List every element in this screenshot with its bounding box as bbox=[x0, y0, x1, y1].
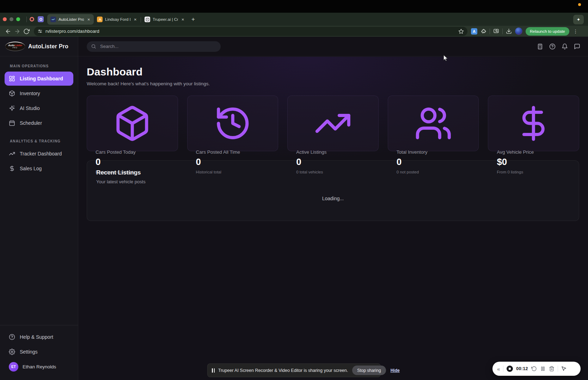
restart-recording-icon[interactable] bbox=[531, 366, 537, 372]
stat-value: 0 bbox=[397, 157, 470, 167]
url-text[interactable]: rvlisterpro.com/dashboard bbox=[45, 29, 458, 34]
sidebar-item-scheduler[interactable]: Scheduler bbox=[5, 116, 73, 130]
lindsay-ford-favicon bbox=[97, 17, 103, 22]
app-window: AutoLister PRO AutoLister Pro MAIN OPERA… bbox=[0, 37, 588, 380]
users-icon bbox=[397, 104, 470, 142]
pointer-tool-icon[interactable] bbox=[561, 366, 567, 372]
delete-recording-icon[interactable] bbox=[549, 366, 555, 372]
calculator-icon[interactable] bbox=[537, 43, 543, 50]
a-extension-icon[interactable]: A bbox=[471, 28, 477, 35]
tab-trupeer[interactable]: Trupeer.ai | Create Product V ✕ bbox=[141, 14, 188, 25]
ai-studio-icon bbox=[9, 105, 15, 111]
settings-icon bbox=[9, 349, 15, 355]
screen-search-icon[interactable] bbox=[493, 28, 499, 34]
stat-sub: 0 not posted bbox=[397, 170, 470, 174]
back-icon[interactable] bbox=[5, 28, 11, 35]
hide-link[interactable]: Hide bbox=[391, 368, 400, 373]
recording-timer: 00:12 bbox=[516, 366, 528, 371]
screen: AutoLister Pro 2.0 - Faceboo ✕ Lindsay F… bbox=[0, 0, 588, 380]
sidebar-item-label: Inventory bbox=[20, 91, 40, 96]
browser-menu-icon[interactable]: ⋮ bbox=[573, 29, 578, 34]
divider bbox=[503, 366, 503, 372]
bookmark-star-icon[interactable] bbox=[458, 29, 464, 34]
stat-card-active-listings: Active Listings 0 0 total vehicles bbox=[287, 96, 379, 151]
tab-title: Lindsay Ford LLC in Silver Sp bbox=[105, 17, 130, 22]
sidebar-item-settings[interactable]: Settings bbox=[5, 344, 73, 359]
purple-extension-icon[interactable] bbox=[38, 16, 44, 22]
close-window-button[interactable] bbox=[3, 17, 7, 21]
forward-icon[interactable] bbox=[14, 28, 20, 35]
zoom-window-button[interactable] bbox=[16, 17, 20, 21]
record-extension-icon[interactable] bbox=[30, 17, 34, 22]
scheduler-icon bbox=[9, 120, 15, 126]
relaunch-button[interactable]: Relaunch to update bbox=[526, 27, 569, 36]
help-circle-icon[interactable] bbox=[549, 43, 556, 50]
sidebar-item-tracker-dashboard[interactable]: Tracker Dashboard bbox=[5, 147, 73, 161]
reload-icon[interactable] bbox=[23, 28, 30, 35]
close-tab-icon[interactable]: ✕ bbox=[133, 17, 138, 22]
stat-label: Total Inventory bbox=[397, 149, 470, 155]
stat-value: 0 bbox=[296, 157, 370, 167]
minimize-window-button[interactable] bbox=[10, 17, 13, 21]
tab-lindsay-ford[interactable]: Lindsay Ford LLC in Silver Sp ✕ bbox=[94, 14, 140, 25]
page-subtitle: Welcome back! Here's what's happening wi… bbox=[87, 81, 579, 86]
stat-card-total-inventory: Total Inventory 0 0 not posted bbox=[388, 96, 479, 151]
recording-indicator-dot bbox=[578, 3, 581, 6]
sidebar-item-help-support[interactable]: Help & Support bbox=[5, 330, 73, 344]
brand-name: AutoLister Pro bbox=[28, 43, 68, 50]
site-settings-icon[interactable] bbox=[37, 29, 43, 34]
header-icons bbox=[537, 43, 580, 50]
stat-value: 0 bbox=[196, 157, 270, 167]
app-header bbox=[78, 37, 588, 56]
sidebar-footer: Help & Support Settings ET Ethan Reynold… bbox=[0, 325, 78, 380]
sidebar-item-label: Settings bbox=[20, 349, 38, 355]
mouse-cursor bbox=[443, 55, 448, 62]
address-bar[interactable]: rvlisterpro.com/dashboard bbox=[34, 27, 467, 36]
stat-value: 0 bbox=[96, 157, 169, 167]
stop-sharing-button[interactable]: Stop sharing bbox=[352, 366, 386, 375]
search-input[interactable] bbox=[99, 43, 216, 49]
trending-up-icon bbox=[296, 104, 370, 142]
dashboard-content: Dashboard Welcome back! Here's what's ha… bbox=[78, 57, 588, 380]
pause-recording-icon[interactable] bbox=[540, 366, 546, 372]
stop-record-button[interactable] bbox=[507, 366, 513, 372]
sidebar-item-label: Listing Dashboard bbox=[20, 76, 63, 81]
history-icon bbox=[196, 104, 270, 142]
tab-autolister[interactable]: AutoLister Pro 2.0 - Faceboo ✕ bbox=[47, 14, 94, 25]
sidebar-item-inventory[interactable]: Inventory bbox=[5, 86, 73, 100]
brand: AutoLister PRO AutoLister Pro bbox=[0, 37, 78, 56]
autolister-logo: AutoLister PRO bbox=[5, 42, 25, 51]
section-label-main-operations: MAIN OPERATIONS bbox=[0, 64, 78, 72]
sidebar-item-listing-dashboard[interactable]: Listing Dashboard bbox=[5, 72, 73, 86]
sidebar-nav: MAIN OPERATIONS Listing Dashboard Invent… bbox=[0, 56, 78, 176]
section-label-analytics-tracking: ANALYTICS & TRACKING bbox=[0, 131, 78, 147]
new-tab-button[interactable]: + bbox=[191, 16, 195, 23]
sidebar-item-label: Help & Support bbox=[20, 334, 53, 340]
tab-organizer-sparkle-button[interactable]: ✦ bbox=[573, 15, 584, 24]
window-controls bbox=[3, 13, 20, 26]
sidebar-item-ai-studio[interactable]: AI Studio bbox=[5, 101, 73, 115]
sidebar-item-label: AI Studio bbox=[20, 105, 40, 111]
notifications-bell-icon[interactable] bbox=[562, 43, 568, 50]
divider bbox=[558, 366, 558, 372]
collapse-icon[interactable]: « bbox=[497, 366, 500, 372]
screen-share-bar: Trupeer AI Screen Recorder & Video Edito… bbox=[207, 363, 381, 377]
divider bbox=[502, 29, 503, 34]
loading-text: Loading... bbox=[96, 196, 570, 201]
sidebar-item-sales-log[interactable]: Sales Log bbox=[5, 161, 73, 176]
browser-profile-avatar[interactable] bbox=[515, 27, 522, 35]
recent-listings-subtitle: Your latest vehicle posts bbox=[96, 179, 570, 184]
toolbar-right-cluster: A Relaunch to update ⋮ bbox=[471, 27, 578, 36]
pause-icon bbox=[212, 368, 215, 373]
downloads-icon[interactable] bbox=[506, 28, 512, 34]
trupeer-favicon bbox=[145, 17, 150, 22]
close-tab-icon[interactable]: ✕ bbox=[86, 17, 91, 22]
extensions-puzzle-icon[interactable] bbox=[480, 28, 486, 34]
close-tab-icon[interactable]: ✕ bbox=[180, 17, 185, 22]
user-menu[interactable]: ET Ethan Reynolds bbox=[0, 359, 78, 376]
search-bar[interactable] bbox=[87, 41, 221, 52]
chat-icon[interactable] bbox=[574, 43, 580, 50]
package-icon bbox=[96, 104, 169, 142]
sidebar-item-label: Sales Log bbox=[20, 166, 42, 171]
stat-sub: 0 total vehicles bbox=[296, 170, 370, 174]
